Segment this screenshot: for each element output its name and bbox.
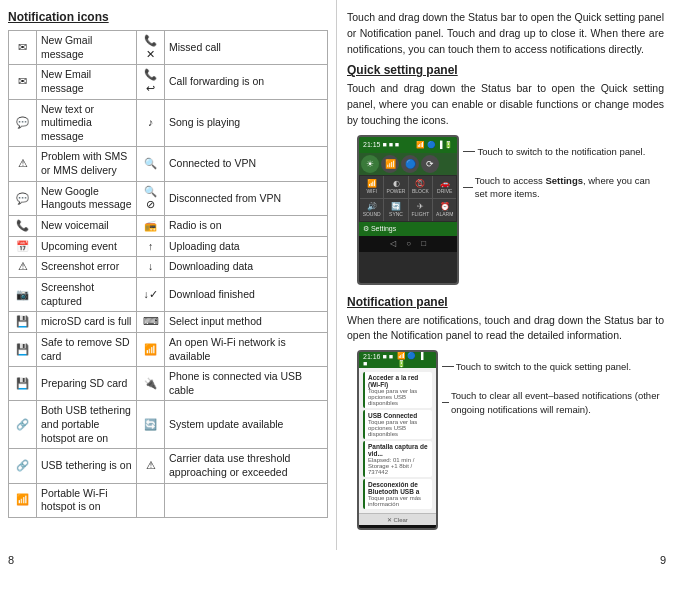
np-ann-row1: Touch to switch to the quick setting pan… bbox=[442, 360, 664, 373]
notif-right-icon: 🔌 bbox=[137, 367, 165, 401]
notif-icon: 📞 bbox=[9, 216, 37, 237]
qs-main-grid: 📶WIFI ◐POWER 📵BLOCK 🚗DRIVE 🔊SOUND 🔄SYNC … bbox=[360, 176, 456, 221]
np-notif-3: Pantalla captura de vid... Elapsed: 01 m… bbox=[363, 441, 432, 477]
notif-right-icon: ⚠ bbox=[137, 449, 165, 483]
grid-sync: 🔄SYNC bbox=[384, 199, 407, 221]
table-row: ⚠Problem with SMS or MMS delivery🔍Connec… bbox=[9, 147, 328, 181]
grid-wifi: 📶WIFI bbox=[360, 176, 383, 198]
notif-right-text bbox=[165, 483, 328, 517]
notif-right-icon: 🔄 bbox=[137, 401, 165, 449]
notif-text: New Email message bbox=[37, 65, 137, 99]
qs-ann-text2: Touch to access Settings, where you can … bbox=[475, 174, 664, 201]
notif-right-text: Connected to VPN bbox=[165, 147, 328, 181]
phone1-status-bar: 21:15 ■ ■ ■ 📶 🔵 ▐ 🔋 bbox=[359, 137, 457, 153]
phone2-status-bar: 21:16 ■ ■ ■ 📶 🔵 ▐ 🔋 bbox=[359, 352, 436, 368]
notif-text: Screenshot captured bbox=[37, 277, 137, 311]
notif-right-icon: 🔍⊘ bbox=[137, 181, 165, 215]
notif-icon: 🔗 bbox=[9, 449, 37, 483]
notif-text: Problem with SMS or MMS delivery bbox=[37, 147, 137, 181]
table-row: 📞New voicemail📻Radio is on bbox=[9, 216, 328, 237]
table-row: 💾microSD card is full⌨Select input metho… bbox=[9, 312, 328, 333]
grid-flight: ✈FLIGHT bbox=[409, 199, 432, 221]
notif-right-icon: 📻 bbox=[137, 216, 165, 237]
notif-right-icon: 📞↩ bbox=[137, 65, 165, 99]
np-notif-4: Desconexión de Bluetooth USB a Toque par… bbox=[363, 479, 432, 509]
qs-ann-text1: Touch to switch to the notification pane… bbox=[477, 145, 645, 158]
page-num-left: 8 bbox=[8, 554, 14, 566]
qs-rotation-icon: ⟳ bbox=[421, 155, 439, 173]
np-body: When there are notifications, touch and … bbox=[347, 313, 664, 345]
intro-text: Touch and drag down the Status bar to op… bbox=[347, 10, 664, 57]
notif-right-icon: ⌨ bbox=[137, 312, 165, 333]
notif-right-text: Radio is on bbox=[165, 216, 328, 237]
qs-phone-screen: 21:15 ■ ■ ■ 📶 🔵 ▐ 🔋 ☀ 📶 🔵 ⟳ 📶WIFI ◐POWER… bbox=[357, 135, 459, 285]
notif-right-text: Select input method bbox=[165, 312, 328, 333]
notif-right-icon: 🔍 bbox=[137, 147, 165, 181]
notif-icon: 🔗 bbox=[9, 401, 37, 449]
grid-block: 📵BLOCK bbox=[409, 176, 432, 198]
np-ann-text2: Touch to clear all event–based notificat… bbox=[451, 389, 664, 416]
notif-text: New voicemail bbox=[37, 216, 137, 237]
phone1-nav-bar: ◁ ○ □ bbox=[359, 236, 457, 252]
notif-icon: ✉ bbox=[9, 31, 37, 65]
np-notif-list: Acceder a la red (Wi-Fi) Toque para ver … bbox=[359, 368, 436, 513]
np-ann-text1: Touch to switch to the quick setting pan… bbox=[456, 360, 631, 373]
left-page: Notification icons ✉New Gmail message📞✕M… bbox=[0, 0, 337, 550]
notif-icon: 💾 bbox=[9, 367, 37, 401]
table-row: 📅Upcoming event↑Uploading data bbox=[9, 236, 328, 257]
notif-text: Preparing SD card bbox=[37, 367, 137, 401]
phone1-time: 21:15 ■ ■ ■ bbox=[363, 141, 399, 148]
np-notif-1: Acceder a la red (Wi-Fi) Toque para ver … bbox=[363, 372, 432, 408]
notif-icon: ✉ bbox=[9, 65, 37, 99]
qs-bt-icon: 🔵 bbox=[401, 155, 419, 173]
notif-text: Safe to remove SD card bbox=[37, 332, 137, 366]
notif-text: New Gmail message bbox=[37, 31, 137, 65]
notif-right-text: Carrier data use threshold approaching o… bbox=[165, 449, 328, 483]
page-num-right: 9 bbox=[660, 554, 666, 566]
notif-icon: ⚠ bbox=[9, 147, 37, 181]
notif-right-icon: ↑ bbox=[137, 236, 165, 257]
notif-right-icon bbox=[137, 483, 165, 517]
table-row: 🔗Both USB tethering and portable hotspot… bbox=[9, 401, 328, 449]
table-row: 💾Preparing SD card🔌Phone is connected vi… bbox=[9, 367, 328, 401]
notif-icon: 📶 bbox=[9, 483, 37, 517]
np-annotations: Touch to switch to the quick setting pan… bbox=[442, 350, 664, 416]
table-row: 🔗USB tethering is on⚠Carrier data use th… bbox=[9, 449, 328, 483]
qs-ann-row2: Touch to access Settings, where you can … bbox=[463, 174, 664, 201]
notif-right-text: Disconnected from VPN bbox=[165, 181, 328, 215]
grid-alarm: ⏰ALARM bbox=[433, 199, 456, 221]
np-ann-line2 bbox=[442, 402, 449, 403]
phone2-time: 21:16 ■ ■ ■ bbox=[363, 353, 397, 367]
np-phone-screen: 21:16 ■ ■ ■ 📶 🔵 ▐ 🔋 Acceder a la red (Wi… bbox=[357, 350, 438, 530]
phone2-icons: 📶 🔵 ▐ 🔋 bbox=[397, 352, 432, 368]
notif-icon: 📷 bbox=[9, 277, 37, 311]
notif-icon: 💬 bbox=[9, 181, 37, 215]
notif-right-icon: ♪ bbox=[137, 99, 165, 147]
notif-right-text: System update available bbox=[165, 401, 328, 449]
notification-table: ✉New Gmail message📞✕Missed call✉New Emai… bbox=[8, 30, 328, 518]
notif-right-icon: 📞✕ bbox=[137, 31, 165, 65]
np-ann-row2: Touch to clear all event–based notificat… bbox=[442, 389, 664, 416]
table-row: ✉New Gmail message📞✕Missed call bbox=[9, 31, 328, 65]
np-clear-bar: ✕ Clear bbox=[359, 513, 436, 525]
notif-text: Portable Wi-Fi hotspot is on bbox=[37, 483, 137, 517]
notif-right-text: Uploading data bbox=[165, 236, 328, 257]
section-title: Notification icons bbox=[8, 10, 328, 24]
notif-text: USB tethering is on bbox=[37, 449, 137, 483]
right-page: Touch and drag down the Status bar to op… bbox=[337, 0, 674, 550]
np-phone-container: 21:16 ■ ■ ■ 📶 🔵 ▐ 🔋 Acceder a la red (Wi… bbox=[357, 350, 664, 530]
notif-text: Both USB tethering and portable hotspot … bbox=[37, 401, 137, 449]
notif-icon: ⚠ bbox=[9, 257, 37, 278]
notif-right-text: An open Wi-Fi network is available bbox=[165, 332, 328, 366]
notif-right-icon: ↓✓ bbox=[137, 277, 165, 311]
notif-right-text: Downloading data bbox=[165, 257, 328, 278]
qs-data-icon: 📶 bbox=[381, 155, 399, 173]
page-numbers: 8 9 bbox=[0, 550, 674, 566]
notif-right-text: Download finished bbox=[165, 277, 328, 311]
qs-ann-row1: Touch to switch to the notification pane… bbox=[463, 145, 664, 158]
notif-text: New Google Hangouts message bbox=[37, 181, 137, 215]
qs-brightness-icon: ☀ bbox=[361, 155, 379, 173]
table-row: ⚠Screenshot error↓Downloading data bbox=[9, 257, 328, 278]
grid-power: ◐POWER bbox=[384, 176, 407, 198]
table-row: 💬New Google Hangouts message🔍⊘Disconnect… bbox=[9, 181, 328, 215]
